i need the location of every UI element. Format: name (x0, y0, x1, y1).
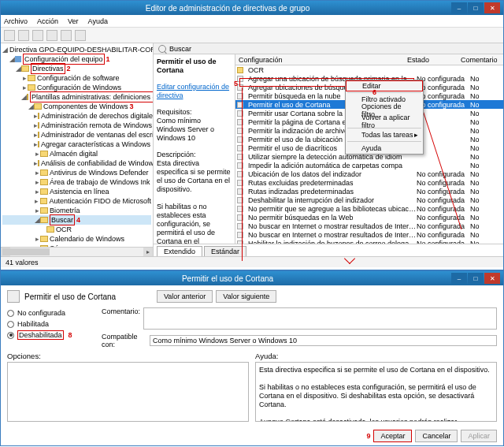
tree-item[interactable]: ▸Agregar características a Windows 10 (2, 140, 151, 149)
cancel-button[interactable]: Cancelar (415, 430, 458, 442)
list-row[interactable]: No permitir que se agregue a las bibliot… (235, 204, 503, 213)
tree-item[interactable]: ▸Análisis de confiabilidad de Windows (2, 158, 151, 168)
help-panel: Esta directiva especifica si se permite … (255, 362, 497, 422)
opt-not-configured[interactable]: No configurada (7, 307, 97, 318)
maximize-button[interactable]: □ (468, 2, 484, 13)
dlg-maximize-button[interactable]: □ (468, 273, 484, 284)
tree-wincomponents[interactable]: Componentes de Windows (43, 102, 128, 111)
ctx-filter-reapply[interactable]: Volver a aplicar filtro (346, 116, 423, 127)
tree-item[interactable]: ▸Calendario de Windows (2, 234, 151, 244)
tree-search[interactable]: Buscar (51, 216, 73, 224)
opt-enabled[interactable]: Habilitada (7, 318, 97, 330)
folder-icon (40, 179, 48, 185)
list-row[interactable]: Rutas indizadas predeterminadasNo config… (235, 187, 503, 196)
prev-setting-button[interactable]: Valor anterior (157, 290, 213, 303)
list-row[interactable]: OCR (235, 65, 503, 74)
list-row[interactable]: Habilitar la indización de buzones de co… (235, 239, 503, 244)
menu-file[interactable]: Archivo (4, 17, 28, 25)
folder-icon (28, 75, 35, 81)
tree-hscroll[interactable]: ◂ ▸ (1, 247, 153, 256)
tree-item[interactable]: ▸Biometría (2, 206, 151, 215)
folder-icon (40, 217, 48, 223)
col-comment[interactable]: Comentario (461, 56, 494, 64)
tree-admtemplates[interactable]: Plantillas administrativas: definiciones… (32, 93, 154, 101)
gpe-titlebar: Editor de administración de directivas d… (1, 1, 503, 15)
scroll-thumb[interactable] (2, 248, 50, 255)
detail-req-text: Como mínimo Windows Server o Windows 10 (157, 117, 214, 142)
tree-computer-config[interactable]: Configuración del equipo (24, 55, 103, 63)
scroll-right-icon[interactable]: ▸ (143, 248, 153, 256)
tab-standard[interactable]: Estándar (204, 246, 246, 256)
list-row[interactable]: No buscar en Internet o mostrar resultad… (235, 222, 503, 230)
annot-3: 3 (130, 102, 134, 111)
folder-icon (40, 207, 48, 214)
toolbar-help-icon[interactable] (61, 30, 72, 41)
tree-item[interactable]: ▸Almacén digital (2, 149, 151, 158)
tree-item[interactable]: ▸Administración remota de Windows (WinRM… (2, 121, 151, 130)
detail-edit-link[interactable]: Editar configuración de directiva (157, 83, 229, 99)
folder-icon (38, 122, 39, 129)
folder-icon (40, 188, 48, 195)
tree-policies[interactable]: Directivas (32, 65, 64, 73)
detail-tabs: Extendido Estándar (154, 244, 503, 256)
tree-item[interactable]: ▸Autenticación FIDO de Microsoft (2, 196, 151, 206)
folder-icon (38, 141, 39, 147)
list-row[interactable]: Rutas excluidas predeterminadasNo config… (235, 178, 503, 187)
list-row[interactable]: Ubicación de los datos del indizadorNo c… (235, 169, 503, 178)
annot-4: 4 (76, 215, 80, 225)
apply-button[interactable]: Aplicar (461, 430, 497, 442)
tree-item[interactable]: ▸Administrador de ventanas del escritori… (2, 130, 151, 140)
col-config[interactable]: Configuración (235, 56, 407, 64)
tree-software[interactable]: Configuración de software (37, 73, 120, 83)
minimize-button[interactable]: – (451, 2, 467, 13)
compat-label: Compatible con: (102, 333, 146, 348)
toolbar-filter-icon[interactable] (75, 30, 86, 41)
menu-action[interactable]: Acción (37, 17, 58, 25)
policy-dialog: Permitir el uso de Cortana – □ ✕ Permiti… (0, 270, 504, 446)
detail-desc-text: Esta directiva especifica si se permite … (157, 159, 232, 244)
annot-5: 5 (234, 80, 238, 88)
ctx-all-tasks[interactable]: Todas las tareas▸ (346, 129, 423, 140)
ctx-help[interactable]: Ayuda (346, 143, 423, 154)
detail-title: Permitir el uso de Cortana (157, 58, 217, 74)
list-row[interactable]: Deshabilitar la interrupción del indizad… (235, 196, 503, 204)
folder-icon (38, 132, 39, 138)
menu-help[interactable]: Ayuda (88, 17, 108, 25)
comment-label: Comentario: (102, 307, 140, 315)
menu-view[interactable]: Ver (68, 17, 79, 25)
tree-item[interactable]: ▸Área de trabajo de Windows Ink (2, 177, 151, 187)
toolbar-refresh-icon[interactable] (46, 30, 57, 41)
folder-icon (38, 160, 39, 166)
folder-icon (40, 151, 48, 157)
ok-button[interactable]: Aceptar (373, 430, 412, 442)
tree-item[interactable]: ▸Administración de derechos digitales de… (2, 111, 151, 121)
opt-disabled[interactable]: Deshabilitada8 (7, 330, 97, 341)
comment-textbox[interactable] (143, 307, 497, 330)
dlg-minimize-button[interactable]: – (451, 273, 467, 284)
dlg-close-button[interactable]: ✕ (484, 273, 500, 284)
ctx-edit[interactable]: Editar (346, 80, 423, 91)
list-columns: Configuración Estado Comentario (235, 54, 503, 65)
toolbar-back-icon[interactable] (4, 30, 15, 41)
options-label: Opciones: (7, 352, 249, 360)
tree-item[interactable]: ▸Antivirus de Windows Defender (2, 168, 151, 177)
next-setting-button[interactable]: Valor siguiente (216, 290, 276, 303)
annot-6: 6 (372, 88, 376, 96)
options-panel (7, 362, 249, 422)
folder-icon (237, 67, 243, 73)
folder-icon (40, 198, 48, 204)
tree-ocr[interactable]: OCR (56, 225, 72, 234)
toolbar-fwd-icon[interactable] (18, 30, 29, 41)
folder-icon (40, 236, 48, 242)
tab-extended[interactable]: Extendido (157, 246, 202, 256)
tree-item[interactable]: ▸Asistencia en línea (2, 187, 151, 196)
toolbar (1, 28, 503, 43)
list-row[interactable]: No permitir búsquedas en la WebNo config… (235, 213, 503, 222)
close-button[interactable]: ✕ (484, 2, 500, 13)
list-row[interactable]: Impedir la adición automática de carpeta… (235, 161, 503, 169)
folder-icon (27, 94, 28, 100)
policy-tree[interactable]: ◢Directiva GPO-EQUIPO-DESHABILITAR-CORTA… (1, 43, 154, 256)
list-row[interactable]: No buscar en Internet o mostrar resultad… (235, 230, 503, 239)
toolbar-up-icon[interactable] (32, 30, 43, 41)
col-state[interactable]: Estado (407, 56, 461, 64)
